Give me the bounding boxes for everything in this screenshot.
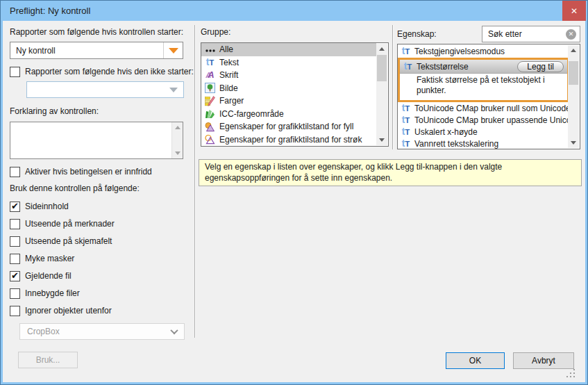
checkbox-myke-masker[interactable]: ✔ Myke masker bbox=[10, 253, 74, 264]
scroll-up-button[interactable] bbox=[172, 122, 183, 133]
property-list: tT Tekstgjengivelsesmodus tT Tekststørre… bbox=[397, 44, 580, 149]
group-item-bilde[interactable]: Bilde bbox=[201, 82, 376, 95]
checkbox-box[interactable]: ✔ bbox=[10, 271, 20, 281]
title-bar[interactable]: Preflight: Ny kontroll bbox=[1, 1, 587, 21]
property-item-vannrett-tekstskalering[interactable]: tT Vannrett tekstskalering bbox=[398, 138, 568, 149]
apply-button[interactable]: Bruk... bbox=[18, 352, 78, 368]
scroll-up-button[interactable] bbox=[568, 45, 579, 56]
close-icon: ✕ bbox=[571, 6, 578, 16]
panel-separator bbox=[194, 25, 196, 338]
property-item-tounicode-upassende[interactable]: tT ToUnicode CMap bruker upassende Unico… bbox=[398, 114, 568, 126]
group-item-gstate-fyll[interactable]: Egenskaper for grafikktilstand for fyll bbox=[201, 120, 376, 133]
checkbox-report-not-start[interactable]: ✔ Rapporter som følgende hvis den ikke s… bbox=[10, 66, 194, 77]
text-icon: tT bbox=[402, 62, 414, 71]
checkbox-label: Rapporter som følgende hvis den ikke sta… bbox=[25, 67, 194, 76]
report-not-start-combo[interactable] bbox=[26, 81, 184, 98]
property-item-tounicode-null[interactable]: tT ToUnicode CMap bruker null som Unicod… bbox=[398, 102, 568, 114]
dialog-title: Preflight: Ny kontroll bbox=[10, 6, 90, 16]
group-item-alle[interactable]: Alle bbox=[201, 43, 376, 56]
explanation-label: Forklaring av kontrollen: bbox=[10, 106, 99, 116]
selected-property-label: Tekststørrelse bbox=[417, 62, 514, 72]
checkbox-label: Aktiver hvis betingelsen er innfridd bbox=[25, 167, 152, 177]
property-item-label: ToUnicode CMap bruker null som Unicode- bbox=[414, 104, 568, 113]
scroll-up-icon bbox=[175, 126, 180, 129]
search-input[interactable] bbox=[482, 29, 566, 39]
check-icon: ✔ bbox=[11, 201, 19, 211]
checkbox-box[interactable]: ✔ bbox=[10, 288, 20, 299]
group-item-tekst[interactable]: tT Tekst bbox=[201, 56, 376, 69]
chevron-down-icon bbox=[170, 327, 178, 334]
cancel-button[interactable]: Avbryt bbox=[513, 352, 574, 369]
scroll-up-icon bbox=[379, 47, 385, 51]
checkbox-label: Utseende på merknader bbox=[25, 219, 115, 229]
property-item-label: ToUnicode CMap bruker upassende Unicod bbox=[414, 115, 568, 125]
text-icon: tT bbox=[400, 104, 412, 113]
scroll-down-icon bbox=[175, 151, 180, 155]
checkbox-box[interactable]: ✔ bbox=[10, 254, 20, 264]
ok-button[interactable]: OK bbox=[446, 352, 505, 369]
scrollbar[interactable] bbox=[376, 44, 387, 145]
dropdown-arrow-icon bbox=[169, 48, 178, 54]
check-icon: ✔ bbox=[11, 270, 19, 281]
property-item-uskalert-x-hoyde[interactable]: tT Uskalert x-høyde bbox=[398, 126, 568, 138]
text-icon: tT bbox=[400, 47, 412, 56]
cropbox-combo[interactable]: CropBox bbox=[19, 323, 185, 340]
group-item-label: ICC-fargeområde bbox=[219, 109, 284, 119]
scroll-down-button[interactable] bbox=[568, 138, 579, 148]
scroll-up-icon bbox=[571, 49, 576, 52]
group-label: Gruppe: bbox=[201, 27, 230, 37]
explanation-textarea[interactable] bbox=[10, 122, 183, 159]
checkbox-gjeldende-fil[interactable]: ✔ Gjeldende fil bbox=[10, 270, 72, 281]
checkbox-box[interactable]: ✔ bbox=[10, 67, 20, 77]
scroll-down-button[interactable] bbox=[172, 148, 183, 158]
font-icon: AA bbox=[204, 71, 216, 79]
colors-icon bbox=[204, 96, 216, 106]
search-clear-button[interactable]: ✕ bbox=[566, 29, 576, 40]
checkbox-box[interactable]: ✔ bbox=[10, 202, 20, 212]
scrollbar[interactable] bbox=[568, 45, 579, 148]
checkbox-utseende-merknader[interactable]: ✔ Utseende på merknader bbox=[10, 218, 115, 229]
checkbox-sideinnhold[interactable]: ✔ Sideinnhold bbox=[10, 201, 69, 212]
scroll-down-button[interactable] bbox=[376, 135, 387, 145]
group-item-label: Tekst bbox=[219, 58, 239, 67]
scroll-down-icon bbox=[379, 138, 385, 142]
checkbox-activate-condition[interactable]: ✔ Aktiver hvis betingelsen er innfridd bbox=[10, 166, 152, 177]
group-item-gstate-strok[interactable]: Egenskaper for grafikktilstand for strøk bbox=[201, 133, 376, 147]
group-item-label: Farger bbox=[219, 96, 244, 106]
checkbox-box[interactable]: ✔ bbox=[10, 219, 20, 229]
dropdown-arrow-button[interactable] bbox=[165, 324, 184, 339]
text-icon: tT bbox=[204, 58, 216, 67]
group-item-label: Skrift bbox=[219, 70, 238, 80]
report-start-combo[interactable]: Ny kontroll bbox=[10, 42, 183, 59]
legg-til-button[interactable]: Legg til bbox=[517, 61, 564, 72]
scrollbar-thumb[interactable] bbox=[569, 61, 578, 85]
checkbox-label: Gjeldende fil bbox=[25, 271, 72, 281]
dropdown-arrow-button[interactable] bbox=[164, 82, 183, 97]
clear-icon: ✕ bbox=[569, 31, 574, 38]
checkbox-label: Ignorer objekter utenfor bbox=[25, 306, 112, 316]
checkbox-utseende-skjemafelt[interactable]: ✔ Utseende på skjemafelt bbox=[10, 236, 112, 247]
close-button[interactable]: ✕ bbox=[562, 1, 586, 21]
checkbox-ignorer-objekter[interactable]: ✔ Ignorer objekter utenfor bbox=[10, 305, 112, 316]
info-message: Velg en egenskap i listen over egenskape… bbox=[199, 159, 582, 186]
group-item-skrift[interactable]: AA Skrift bbox=[201, 69, 376, 82]
checkbox-innebygde-filer[interactable]: ✔ Innebygde filer bbox=[10, 288, 80, 299]
selected-property-header[interactable]: tT Tekststørrelse Legg til bbox=[400, 60, 567, 74]
group-item-farger[interactable]: Farger bbox=[201, 95, 376, 108]
group-item-icc-fargeomrade[interactable]: ICC-fargeområde bbox=[201, 108, 376, 121]
checkbox-box[interactable]: ✔ bbox=[10, 306, 20, 316]
scrollbar-thumb[interactable] bbox=[377, 55, 387, 81]
text-icon: tT bbox=[400, 139, 412, 148]
checkbox-box[interactable]: ✔ bbox=[10, 236, 20, 247]
property-item-tekstgjengivelsesmodus[interactable]: tT Tekstgjengivelsesmodus bbox=[398, 44, 568, 58]
dropdown-arrow-button[interactable] bbox=[163, 42, 183, 58]
text-icon: tT bbox=[400, 127, 412, 136]
scroll-down-icon bbox=[571, 141, 576, 145]
checkbox-box[interactable]: ✔ bbox=[10, 167, 20, 177]
property-search[interactable]: ✕ bbox=[482, 26, 580, 42]
scroll-up-button[interactable] bbox=[376, 44, 387, 54]
selected-property-item[interactable]: tT Tekststørrelse Legg til Faktisk størr… bbox=[398, 58, 569, 102]
scrollbar[interactable] bbox=[171, 122, 183, 158]
group-item-label: Egenskaper for grafikktilstand for strøk bbox=[219, 135, 362, 145]
resize-grip[interactable] bbox=[566, 368, 577, 379]
